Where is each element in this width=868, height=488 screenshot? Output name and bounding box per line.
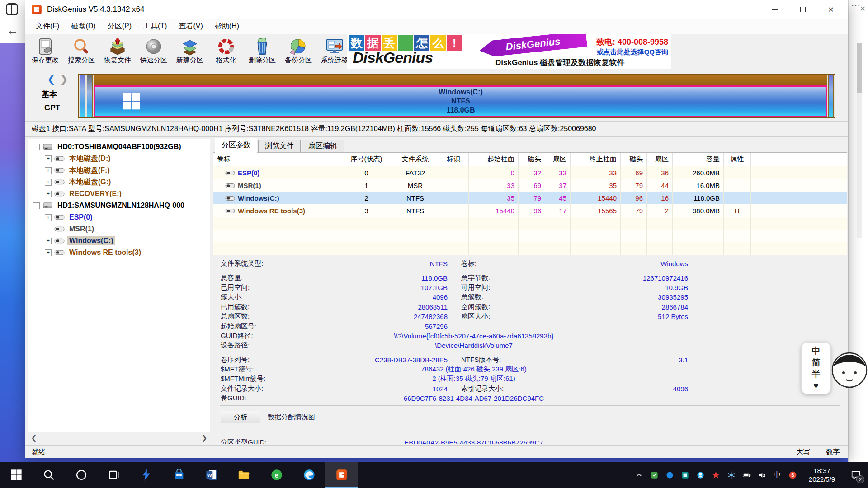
- tray-battery-icon[interactable]: [739, 462, 754, 488]
- table-row[interactable]: ESP(0)0FAT3203233336936260.0MB: [213, 166, 847, 179]
- banner-qq-link[interactable]: 或点击此处选择QQ咨询: [597, 48, 668, 56]
- column-header-1[interactable]: 序号(状态): [341, 153, 392, 166]
- column-header-3[interactable]: 标识: [439, 153, 469, 166]
- taskbar-button-start[interactable]: [0, 462, 33, 488]
- close-button[interactable]: ✕: [817, 0, 845, 19]
- column-header-11[interactable]: 属性: [724, 153, 751, 166]
- tray-tray-blue[interactable]: [662, 462, 677, 488]
- taskbar-button-search[interactable]: [33, 462, 65, 488]
- toolbar-button-new-partition[interactable]: 新建分区: [172, 34, 208, 68]
- background-close-icon[interactable]: ✕: [860, 5, 866, 13]
- tab-1[interactable]: 浏览文件: [258, 140, 301, 152]
- back-arrow-icon[interactable]: ←: [6, 23, 19, 38]
- taskbar-button-task-view[interactable]: [98, 462, 130, 488]
- overflow-menu-icon[interactable]: ⋯: [851, 0, 860, 11]
- partition-strip-msr[interactable]: [87, 75, 93, 117]
- ime-status-box[interactable]: 中简半♥: [801, 342, 831, 394]
- menu-item-1[interactable]: 磁盘(D): [65, 19, 101, 34]
- action-center-button[interactable]: 2: [844, 462, 868, 488]
- menu-item-2[interactable]: 分区(P): [102, 19, 137, 34]
- tab-0[interactable]: 分区参数: [215, 138, 257, 153]
- column-header-5[interactable]: 磁头: [519, 153, 545, 166]
- ime-mode-3[interactable]: ♥: [813, 381, 818, 390]
- ime-mode-0[interactable]: 中: [812, 347, 821, 355]
- table-row[interactable]: Windows RE tools(3)3NTFS1544096171556579…: [213, 204, 847, 217]
- tree-item-4[interactable]: +RECOVERY(E:): [29, 188, 209, 200]
- tray-snowflake-icon[interactable]: [723, 462, 739, 488]
- taskbar-button-store[interactable]: [163, 462, 195, 488]
- tree-item-9[interactable]: +Windows RE tools(3): [29, 247, 209, 258]
- menu-item-0[interactable]: 文件(F): [30, 19, 65, 34]
- taskbar-button-explorer[interactable]: [228, 462, 260, 488]
- menu-item-5[interactable]: 帮助(H): [209, 19, 245, 34]
- column-header-9[interactable]: 扇区: [647, 153, 673, 166]
- tray-tray-qq[interactable]: [693, 462, 708, 488]
- tab-2[interactable]: 扇区编辑: [302, 140, 344, 152]
- tray-tray-green[interactable]: [646, 462, 662, 488]
- analyze-button[interactable]: 分析: [221, 411, 260, 423]
- toolbar-button-backup-partition[interactable]: 备份分区: [280, 34, 316, 68]
- tree-item-2[interactable]: +本地磁盘(F:): [29, 164, 209, 176]
- collapse-icon[interactable]: -: [33, 144, 40, 150]
- tree-horizontal-scrollbar[interactable]: ❮ ❯: [28, 432, 210, 443]
- column-header-10[interactable]: 容量: [673, 153, 724, 166]
- column-header-0[interactable]: 卷标: [213, 153, 341, 166]
- toolbar-button-format[interactable]: 格式化: [208, 34, 244, 68]
- scrollbar-thumb[interactable]: [857, 43, 862, 93]
- column-header-4[interactable]: 起始柱面: [469, 153, 519, 166]
- tree-item-1[interactable]: +本地磁盘(D:): [29, 153, 209, 164]
- toolbar-button-recover-files[interactable]: 恢复文件: [99, 34, 136, 68]
- menu-item-3[interactable]: 工具(T): [137, 19, 173, 34]
- taskbar-button-green-browser[interactable]: e: [260, 462, 293, 488]
- next-disk-icon[interactable]: ❯: [60, 74, 68, 85]
- toolbar-button-delete-partition[interactable]: 删除分区: [244, 34, 280, 68]
- tray-volume-icon[interactable]: [754, 462, 769, 488]
- taskbar-button-lightning[interactable]: [130, 462, 163, 488]
- column-header-7[interactable]: 终止柱面: [571, 153, 621, 166]
- taskbar-clock[interactable]: 18:37 2022/5/9: [800, 466, 844, 483]
- expand-icon[interactable]: +: [45, 167, 52, 174]
- column-header-2[interactable]: 文件系统: [392, 153, 439, 166]
- minimize-button[interactable]: [761, 0, 789, 19]
- browser-tab-icon[interactable]: [6, 3, 18, 15]
- partition-strip-esp[interactable]: [80, 75, 85, 117]
- tray-ime-zh[interactable]: 中: [769, 462, 785, 488]
- partition-windows-c[interactable]: Windows(C:) NTFS 118.0GB: [94, 75, 827, 117]
- tree-item-8[interactable]: +Windows(C:): [29, 235, 209, 247]
- ime-assistant-widget[interactable]: 中简半♥: [801, 342, 868, 396]
- background-scrollbar[interactable]: [857, 43, 862, 238]
- prev-disk-icon[interactable]: ❮: [47, 74, 55, 85]
- table-row[interactable]: Windows(C:)2NTFS357945154409616118.0GB: [213, 192, 847, 204]
- taskbar-button-edge[interactable]: [293, 462, 326, 488]
- menu-item-4[interactable]: 查看(V): [173, 19, 208, 34]
- column-header-8[interactable]: 磁头: [621, 153, 647, 166]
- table-row[interactable]: MSR(1)1MSR33693735794416.0MB: [213, 179, 847, 192]
- column-header-6[interactable]: 扇区: [545, 153, 571, 166]
- expand-icon[interactable]: +: [45, 191, 52, 197]
- tray-tray-teal[interactable]: [677, 462, 693, 488]
- taskbar-button-diskgenius[interactable]: [326, 462, 358, 488]
- expand-icon[interactable]: +: [45, 179, 52, 186]
- tray-tray-red[interactable]: [708, 462, 723, 488]
- taskbar-button-cortana[interactable]: [65, 462, 98, 488]
- maximize-button[interactable]: [789, 0, 817, 19]
- partition-strip-re-tools[interactable]: [828, 75, 834, 117]
- expand-icon[interactable]: +: [45, 214, 52, 221]
- tray-chevron-up[interactable]: [631, 462, 646, 488]
- toolbar-button-quick-partition[interactable]: 快速分区: [136, 34, 172, 68]
- ime-mode-2[interactable]: 半: [812, 370, 821, 378]
- expand-icon[interactable]: +: [45, 155, 52, 162]
- tree-item-3[interactable]: +本地磁盘(G:): [29, 176, 209, 188]
- ime-mode-1[interactable]: 简: [812, 358, 821, 367]
- expand-icon[interactable]: +: [45, 249, 52, 256]
- toolbar-button-save-changes[interactable]: 保存更改: [27, 34, 63, 68]
- tree-item-0[interactable]: -HD0:TOSHIBAMQ04ABF100(932GB): [29, 141, 209, 153]
- scroll-left-icon[interactable]: ❮: [29, 433, 38, 442]
- toolbar-button-search-partition[interactable]: 搜索分区: [63, 34, 99, 68]
- scroll-right-icon[interactable]: ❯: [200, 433, 209, 442]
- tree-item-5[interactable]: -HD1:SAMSUNGMZNLN128HAHQ-000: [29, 200, 209, 211]
- tree-item-7[interactable]: MSR(1): [29, 223, 209, 235]
- expand-icon[interactable]: +: [45, 238, 52, 244]
- collapse-icon[interactable]: -: [33, 202, 40, 209]
- tray-sogou-icon[interactable]: S: [785, 462, 800, 488]
